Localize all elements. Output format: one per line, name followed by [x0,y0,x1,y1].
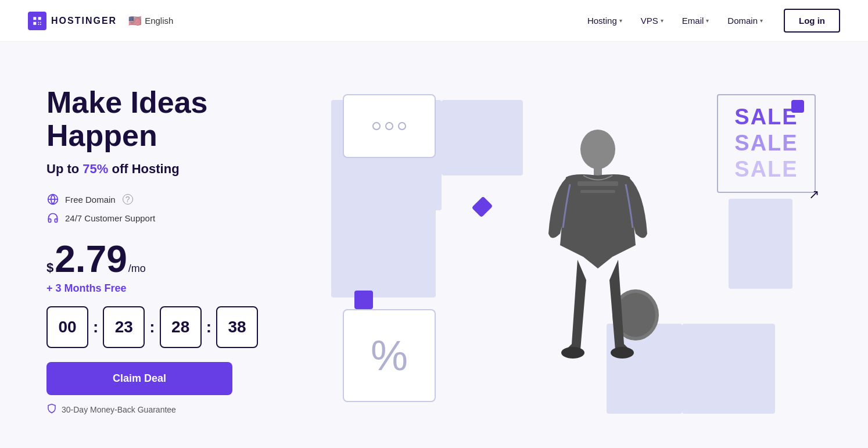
guarantee-text: 30-Day Money-Back Guarantee [62,405,176,414]
sale-word-1: SALE [734,105,798,130]
timer-minutes: 23 [103,306,145,348]
globe-icon [46,193,59,206]
svg-rect-4 [578,181,618,186]
sale-word-2: SALE [734,131,798,156]
headset-icon [46,212,59,224]
login-button[interactable]: Log in [784,9,840,33]
guarantee-label: 30-Day Money-Back Guarantee [46,403,325,415]
sale-word-3: SALE [734,157,798,182]
nav-item-hosting[interactable]: Hosting ▾ [580,11,629,30]
svg-point-9 [611,347,634,359]
flag-icon: 🇺🇸 [128,15,141,27]
svg-point-2 [580,130,615,169]
percent-symbol: % [371,332,408,379]
timer-sep-2: : [149,318,155,336]
subtitle-post: off Hosting [108,162,179,176]
free-months-label: + 3 Months Free [46,282,325,295]
svg-rect-5 [580,190,615,193]
features-list: Free Domain ? 24/7 Customer Support [46,193,325,224]
chevron-down-icon: ▾ [706,17,709,24]
price-dollar: $ [46,260,53,275]
browser-dot-1 [372,122,381,130]
subtitle-pre: Up to [46,162,83,176]
hero-person [499,112,685,420]
browser-window-box [343,94,436,158]
person-svg [508,117,676,420]
navbar: HOSTINGER 🇺🇸 English Hosting ▾ VPS ▾ Ema… [0,0,868,42]
hero-title: Make Ideas Happen [46,86,325,152]
timer-seconds: 28 [160,306,202,348]
bg-square-purple-1 [354,291,373,309]
chevron-down-icon: ▾ [760,17,763,24]
bg-square-3 [331,199,436,298]
shield-icon [46,403,57,415]
bg-square-purple-2 [472,196,493,217]
hero-section: Make Ideas Happen Up to 75% off Hosting … [0,42,868,448]
claim-deal-button[interactable]: Claim Deal [46,362,232,395]
svg-point-8 [561,347,584,359]
logo[interactable]: HOSTINGER [28,12,117,30]
price-value: 2.79 [55,241,127,278]
timer-hours: 00 [46,306,88,348]
nav-item-vps[interactable]: VPS ▾ [634,11,670,30]
language-label: English [145,16,173,26]
sale-box: SALE SALE SALE ↗ [717,94,816,193]
bg-square-4 [682,324,775,414]
timer-sep-1: : [93,318,98,336]
feature-domain: Free Domain ? [46,193,325,206]
feature-domain-label: Free Domain [65,195,116,205]
price-display: $ 2.79 /mo [46,241,325,278]
bg-square-6 [729,199,792,289]
nav-left: HOSTINGER 🇺🇸 English [28,12,173,30]
timer-sep-3: : [206,318,211,336]
nav-item-email[interactable]: Email ▾ [675,11,716,30]
timer-milliseconds: 38 [216,306,258,348]
percent-box: % [343,309,436,402]
feature-support-label: 24/7 Customer Support [65,213,155,223]
discount-highlight: 75% [83,162,108,176]
hero-left: Make Ideas Happen Up to 75% off Hosting … [46,86,325,415]
countdown-timer: 00 : 23 : 28 : 38 [46,306,325,348]
hero-right: % SALE SALE SALE ↗ [325,83,822,420]
price-period: /mo [128,263,146,275]
logo-text: HOSTINGER [51,16,117,26]
logo-icon [28,12,46,30]
nav-item-domain[interactable]: Domain ▾ [720,11,770,30]
browser-dot-2 [385,122,393,130]
info-icon: ? [123,194,133,205]
browser-dot-3 [398,122,406,130]
feature-support: 24/7 Customer Support [46,212,325,224]
nav-right: Hosting ▾ VPS ▾ Email ▾ Domain ▾ Log in [580,9,840,33]
chevron-down-icon: ▾ [661,17,663,24]
chevron-down-icon: ▾ [619,17,622,24]
language-selector[interactable]: 🇺🇸 English [128,15,173,27]
nav-menu: Hosting ▾ VPS ▾ Email ▾ Domain ▾ [580,11,770,30]
cursor-icon: ↗ [809,187,819,202]
hero-subtitle: Up to 75% off Hosting [46,162,325,177]
